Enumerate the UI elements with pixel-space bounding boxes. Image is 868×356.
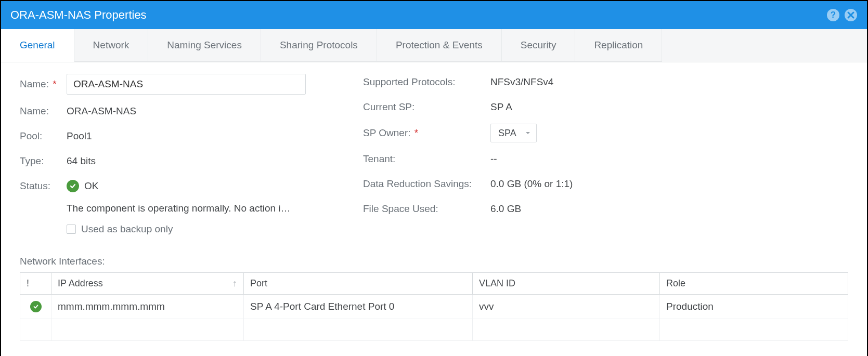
col-port[interactable]: Port	[244, 273, 473, 295]
type-value: 64 bits	[67, 155, 96, 167]
pool-value: Pool1	[67, 130, 92, 142]
name-input[interactable]	[67, 74, 306, 95]
tab-sharing-protocols[interactable]: Sharing Protocols	[261, 29, 377, 62]
sp-owner-select[interactable]: SPA	[490, 124, 537, 142]
chevron-down-icon	[525, 128, 531, 139]
table-row-empty	[20, 319, 848, 341]
tab-security[interactable]: Security	[502, 29, 576, 62]
network-interfaces-table: ! IP Address ↑ Port VLAN ID Role	[20, 272, 848, 341]
help-icon[interactable]: ?	[826, 8, 840, 22]
properties-dialog: ORA-ASM-NAS Properties ? General Network…	[0, 0, 868, 356]
col-vlan[interactable]: VLAN ID	[473, 273, 660, 295]
used-as-backup-checkbox[interactable]	[67, 225, 76, 234]
name-ro-label: Name:	[20, 106, 67, 117]
tab-naming-services[interactable]: Naming Services	[148, 29, 261, 62]
data-reduction-value: 0.0 GB (0% or 1:1)	[490, 178, 573, 190]
cell-port: SP A 4-Port Card Ethernet Port 0	[244, 295, 473, 319]
pool-label: Pool:	[20, 130, 67, 142]
dialog-title: ORA-ASM-NAS Properties	[10, 8, 147, 22]
file-space-used-value: 6.0 GB	[490, 203, 521, 215]
status-label: Status:	[20, 180, 67, 192]
file-space-used-label: File Space Used:	[363, 203, 490, 215]
tab-replication[interactable]: Replication	[575, 29, 662, 62]
cell-role: Production	[660, 295, 848, 319]
col-role[interactable]: Role	[660, 273, 848, 295]
sort-asc-icon: ↑	[232, 278, 237, 289]
data-reduction-label: Data Reduction Savings:	[363, 178, 490, 190]
titlebar-actions: ?	[826, 8, 858, 22]
tab-bar: General Network Naming Services Sharing …	[1, 29, 867, 62]
current-sp-value: SP A	[490, 101, 512, 113]
status-description: The component is operating normally. No …	[67, 203, 311, 214]
sp-owner-value: SPA	[498, 128, 516, 139]
name-label: Name: *	[20, 78, 67, 90]
current-sp-label: Current SP:	[363, 101, 490, 113]
supported-protocols-value: NFSv3/NFSv4	[490, 76, 553, 88]
status-ok-icon	[67, 180, 79, 192]
close-icon[interactable]	[844, 8, 858, 22]
sp-owner-label: SP Owner: *	[363, 127, 490, 139]
svg-text:?: ?	[831, 10, 836, 20]
used-as-backup-label: Used as backup only	[81, 223, 173, 235]
cell-vlan: vvv	[473, 295, 660, 319]
tenant-value: --	[490, 153, 497, 165]
network-interfaces-title: Network Interfaces:	[20, 256, 848, 267]
table-header-row: ! IP Address ↑ Port VLAN ID Role	[20, 273, 848, 295]
tab-general[interactable]: General	[1, 29, 74, 62]
cell-ip: mmm.mmm.mmm.mmm	[51, 295, 244, 319]
tab-network[interactable]: Network	[74, 29, 149, 62]
row-status-ok-icon	[30, 301, 42, 312]
col-status[interactable]: !	[20, 273, 51, 295]
supported-protocols-label: Supported Protocols:	[363, 76, 490, 88]
tab-content: Name: * Name: ORA-ASM-NAS Pool: Pool1 Ty…	[1, 62, 867, 356]
tab-protection-events[interactable]: Protection & Events	[377, 29, 502, 62]
titlebar: ORA-ASM-NAS Properties ?	[1, 1, 867, 29]
tenant-label: Tenant:	[363, 153, 490, 165]
table-row[interactable]: mmm.mmm.mmm.mmm SP A 4-Port Card Etherne…	[20, 295, 848, 319]
status-value: OK	[84, 180, 98, 192]
type-label: Type:	[20, 155, 67, 167]
col-ip[interactable]: IP Address ↑	[51, 273, 244, 295]
name-ro-value: ORA-ASM-NAS	[67, 106, 136, 117]
